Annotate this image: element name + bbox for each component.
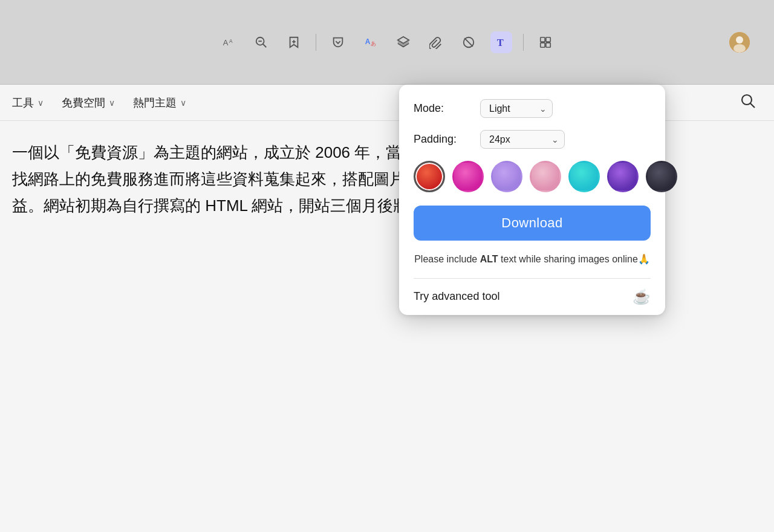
- pocket-icon[interactable]: [327, 31, 349, 53]
- advanced-tool-label: Try advanced tool: [414, 290, 499, 303]
- toolbar-separator-1: [316, 34, 316, 51]
- padding-label: Padding:: [414, 133, 480, 146]
- mode-row: Mode: Light Dark Auto: [414, 99, 651, 118]
- svg-rect-13: [541, 37, 545, 41]
- font-size-icon[interactable]: A A: [218, 31, 239, 53]
- svg-rect-15: [541, 42, 545, 47]
- toolbar-icons-group: A A: [218, 31, 556, 53]
- chevron-down-icon: ∨: [37, 98, 44, 108]
- block-icon[interactable]: [458, 31, 480, 53]
- svg-text:A: A: [229, 38, 233, 44]
- svg-text:A: A: [223, 37, 229, 47]
- advanced-tool-row[interactable]: Try advanced tool ☕: [414, 279, 651, 315]
- svg-line-21: [750, 103, 755, 108]
- coffee-icon: ☕: [633, 288, 651, 305]
- alt-text-pre: Please include: [414, 254, 480, 264]
- user-avatar[interactable]: [729, 32, 750, 53]
- paperclip-icon[interactable]: [425, 31, 447, 53]
- layers-icon[interactable]: [392, 31, 414, 53]
- nav-item-tools[interactable]: 工具 ∨: [12, 96, 44, 110]
- swatch-lavender[interactable]: [491, 161, 522, 192]
- popup-panel: Mode: Light Dark Auto Padding: 8px 16px …: [399, 85, 665, 315]
- svg-text:T: T: [497, 37, 504, 48]
- nav-label-topics: 熱門主題: [133, 96, 177, 110]
- padding-select[interactable]: 8px 16px 24px 32px 48px: [480, 130, 565, 149]
- svg-point-18: [736, 36, 743, 44]
- search-button[interactable]: [740, 93, 756, 112]
- mode-label: Mode:: [414, 102, 480, 115]
- swatch-red-orange[interactable]: [414, 161, 445, 192]
- alt-text-post: text while sharing images online: [498, 254, 638, 264]
- svg-line-3: [263, 44, 267, 47]
- nav-label-freespace: 免費空間: [62, 96, 105, 110]
- bookmark-add-icon[interactable]: [283, 31, 305, 53]
- extensions-icon[interactable]: [535, 31, 556, 53]
- chevron-down-icon: ∨: [109, 98, 115, 108]
- padding-row: Padding: 8px 16px 24px 32px 48px: [414, 130, 651, 149]
- swatch-dark[interactable]: [646, 161, 677, 192]
- chevron-down-icon: ∨: [180, 98, 186, 108]
- swatch-peach-pink[interactable]: [530, 161, 561, 192]
- swatch-cyan[interactable]: [568, 161, 600, 192]
- alt-text-emoji: 🙏: [638, 254, 650, 264]
- color-swatches-row: [414, 161, 651, 192]
- nav-item-topics[interactable]: 熱門主題 ∨: [133, 96, 186, 110]
- nav-label-tools: 工具: [12, 96, 34, 110]
- download-button[interactable]: Download: [414, 206, 651, 241]
- nav-item-freespace[interactable]: 免費空間 ∨: [62, 96, 115, 110]
- alt-text-message: Please include ALT text while sharing im…: [414, 251, 651, 279]
- mode-select-wrapper[interactable]: Light Dark Auto: [480, 99, 553, 118]
- svg-point-20: [742, 95, 752, 105]
- svg-text:A: A: [365, 37, 371, 45]
- browser-toolbar: A A: [0, 0, 774, 85]
- toolbar-right: [729, 32, 750, 53]
- svg-line-11: [464, 38, 473, 47]
- alt-text-bold: ALT: [480, 254, 498, 264]
- zoom-icon[interactable]: [250, 31, 272, 53]
- toolbar-separator-2: [523, 34, 524, 51]
- main-content: 一個以「免費資源」為主題的網站，成立於 2006 年，當時 Pseric 還 找…: [0, 121, 774, 532]
- swatch-pink-magenta[interactable]: [452, 161, 484, 192]
- padding-select-wrapper[interactable]: 8px 16px 24px 32px 48px: [480, 130, 565, 149]
- svg-rect-14: [546, 37, 550, 41]
- swatch-purple-gradient[interactable]: [607, 161, 639, 192]
- svg-point-19: [733, 44, 746, 53]
- svg-text:あ: あ: [371, 40, 376, 46]
- type-icon[interactable]: T: [490, 31, 512, 53]
- svg-rect-16: [546, 42, 550, 47]
- translate-icon[interactable]: A あ: [360, 31, 382, 53]
- mode-select[interactable]: Light Dark Auto: [480, 99, 553, 118]
